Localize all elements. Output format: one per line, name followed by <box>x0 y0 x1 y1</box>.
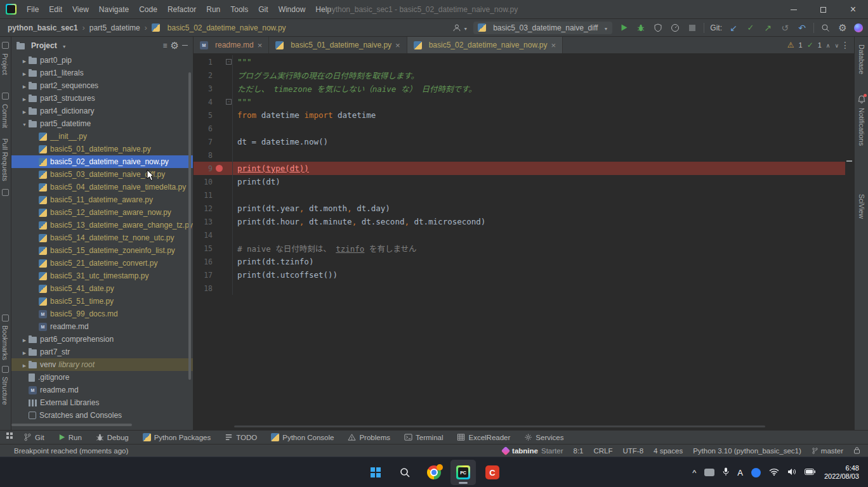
breakpoint-icon[interactable] <box>216 165 223 172</box>
chevron-right-icon[interactable] <box>20 68 29 77</box>
tool-stripe-commit[interactable]: Commit <box>1 104 9 128</box>
tree-item-Scratches and Consoles[interactable]: Scratches and Consoles <box>11 409 193 422</box>
menu-item-git[interactable]: Git <box>253 0 273 19</box>
file-encoding[interactable]: UTF-8 <box>623 447 644 455</box>
taskbar-search-button[interactable] <box>392 460 418 485</box>
chrome-button[interactable] <box>421 460 447 485</box>
tab-readme.md[interactable]: readme.md <box>194 37 269 53</box>
toolwindow-debug[interactable]: Debug <box>89 431 136 444</box>
red-app-button[interactable] <box>480 460 505 485</box>
run-configuration-select[interactable]: basic5_03_datetime_naive_diff <box>473 22 612 34</box>
panel-settings-icon[interactable] <box>171 40 179 51</box>
structure-stripe-icon[interactable] <box>2 366 9 373</box>
debug-button[interactable] <box>635 21 647 35</box>
toolwindow-python-console[interactable]: Python Console <box>264 431 341 444</box>
notifications-bell-icon[interactable] <box>858 95 865 105</box>
close-icon[interactable] <box>258 41 263 50</box>
tabnine-widget[interactable]: tabnine Starter <box>503 447 563 455</box>
tool-stripe-project[interactable]: Project <box>1 53 9 75</box>
menu-item-navigate[interactable]: Navigate <box>94 0 134 19</box>
breadcrumb-item[interactable]: python_basic_sec1 <box>8 23 78 32</box>
project-panel-title[interactable]: Project <box>31 41 57 50</box>
settings-gear-icon[interactable] <box>837 21 848 35</box>
git-push-button[interactable] <box>762 21 773 35</box>
error-stripe-mark[interactable] <box>846 160 852 162</box>
warning-count[interactable]: 1 <box>799 41 803 49</box>
next-problem-icon[interactable] <box>834 41 839 49</box>
collapse-all-icon[interactable] <box>163 41 168 50</box>
toolwindow-switcher-icon[interactable] <box>3 436 16 439</box>
tree-item-basic5_15_datetime_zoneinfo_list.py[interactable]: basic5_15_datetime_zoneinfo_list.py <box>11 244 193 257</box>
tree-item-basic5_21_datetime_convert.py[interactable]: basic5_21_datetime_convert.py <box>11 257 193 269</box>
toolwindow-excelreader[interactable]: ExcelReader <box>450 431 517 444</box>
lock-icon[interactable] <box>853 446 860 455</box>
caret-position[interactable]: 8:1 <box>573 447 583 455</box>
tree-item-basic5_04_datetime_naive_timedelta.py[interactable]: basic5_04_datetime_naive_timedelta.py <box>11 181 193 193</box>
microphone-icon[interactable] <box>723 467 729 478</box>
toolwindow-terminal[interactable]: Terminal <box>397 431 450 444</box>
tree-item-basic5_02_datetime_naive_now.py[interactable]: basic5_02_datetime_naive_now.py <box>11 155 193 168</box>
tree-item-readme.md[interactable]: readme.md <box>11 384 193 396</box>
line-ending[interactable]: CRLF <box>593 447 612 455</box>
tree-item-basic5_03_datetime_naive_diff.py[interactable]: basic5_03_datetime_naive_diff.py <box>11 168 193 181</box>
tool-stripe-sciview[interactable]: SciView <box>858 194 865 219</box>
indent-setting[interactable]: 4 spaces <box>654 447 683 455</box>
chevron-right-icon[interactable] <box>20 94 29 103</box>
menu-item-code[interactable]: Code <box>134 0 162 19</box>
tree-item-part7_str[interactable]: part7_str <box>11 346 193 358</box>
tree-item-part4_dictionary[interactable]: part4_dictionary <box>11 105 193 117</box>
menu-item-window[interactable]: Window <box>273 0 311 19</box>
git-rollback-button[interactable] <box>796 21 808 35</box>
project-vertical-scrollbar[interactable] <box>188 72 191 380</box>
minimize-button[interactable] <box>779 0 808 19</box>
menu-item-edit[interactable]: Edit <box>44 0 67 19</box>
toolwindow-services[interactable]: Services <box>517 431 570 444</box>
project-horizontal-scrollbar[interactable] <box>11 424 132 426</box>
tool-stripe-structure[interactable]: Structure <box>1 377 9 405</box>
start-button[interactable] <box>363 460 388 485</box>
tree-item-readme.md[interactable]: readme.md <box>11 320 193 333</box>
chevron-down-icon[interactable] <box>60 41 67 50</box>
chevron-right-icon[interactable] <box>20 107 29 115</box>
tab-basic5_01_datetime_naive.py[interactable]: basic5_01_datetime_naive.py <box>269 37 407 53</box>
tool-stripe-notifications[interactable]: Notifications <box>858 108 865 146</box>
battery-icon[interactable] <box>805 468 816 477</box>
tab-basic5_02_datetime_naive_now.py[interactable]: basic5_02_datetime_naive_now.py <box>407 37 563 53</box>
close-button[interactable] <box>838 0 868 19</box>
git-history-button[interactable] <box>779 21 791 35</box>
tree-item-basic5_13_datetime_aware_change_tz.py[interactable]: basic5_13_datetime_aware_change_tz.py <box>11 219 193 231</box>
tree-item-basic5_12_datetime_aware_now.py[interactable]: basic5_12_datetime_aware_now.py <box>11 206 193 219</box>
breadcrumb-item[interactable]: part5_datetime <box>89 23 140 32</box>
tree-item-part5_datetime[interactable]: part5_datetime <box>11 117 193 130</box>
maximize-button[interactable] <box>808 0 838 19</box>
code-editor[interactable]: 1"""2プログラム実行時の現在の日付時刻を取得します。3ただし、 timezo… <box>194 54 845 430</box>
tree-item-basic5_99_docs.md[interactable]: basic5_99_docs.md <box>11 308 193 320</box>
volume-icon[interactable] <box>787 468 796 477</box>
toolwindow-problems[interactable]: Problems <box>341 431 397 444</box>
chevron-right-icon[interactable] <box>20 81 29 90</box>
tree-item-__init__.py[interactable]: __init__.py <box>11 130 193 143</box>
chevron-right-icon[interactable] <box>20 56 29 65</box>
search-everywhere-icon[interactable] <box>820 21 831 35</box>
blue-dot-icon[interactable] <box>751 468 761 477</box>
menu-item-tools[interactable]: Tools <box>225 0 253 19</box>
menu-item-run[interactable]: Run <box>201 0 225 19</box>
menu-item-refactor[interactable]: Refactor <box>162 0 201 19</box>
hide-panel-icon[interactable] <box>182 45 188 46</box>
git-update-button[interactable] <box>728 21 739 35</box>
chevron-right-icon[interactable] <box>20 360 29 369</box>
code-with-me-users-icon[interactable] <box>452 21 468 35</box>
toolwindow-git[interactable]: Git <box>16 431 51 444</box>
tree-item-basic5_51_time.py[interactable]: basic5_51_time.py <box>11 295 193 308</box>
toolwindow-python-packages[interactable]: Python Packages <box>136 431 218 444</box>
tree-item-part0_pip[interactable]: part0_pip <box>11 54 193 67</box>
chevron-down-icon[interactable] <box>20 119 29 128</box>
bookmarks-stripe-icon[interactable] <box>2 315 9 321</box>
menu-item-file[interactable]: File <box>22 0 44 19</box>
run-button[interactable] <box>618 21 629 35</box>
tree-item-basic5_41_date.py[interactable]: basic5_41_date.py <box>11 282 193 295</box>
breadcrumb-item[interactable]: basic5_02_datetime_naive_now.py <box>168 23 286 32</box>
tool-stripe-database[interactable]: Database <box>858 44 865 74</box>
git-commit-button[interactable] <box>745 21 756 35</box>
tree-item-venv[interactable]: venvlibrary root <box>11 358 193 371</box>
